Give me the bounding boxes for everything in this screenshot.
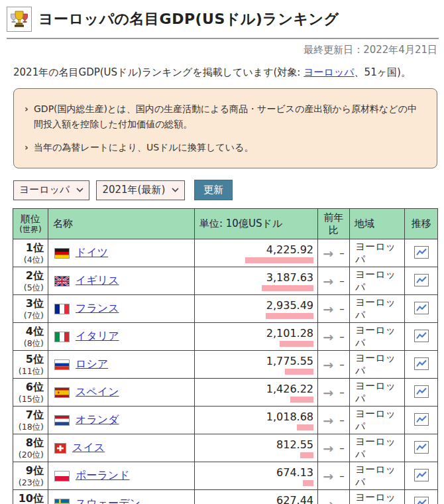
- trend-chart-icon[interactable]: [414, 357, 429, 370]
- flat-arrow-icon: →: [323, 413, 333, 428]
- rank-cell: 6位(15位): [13, 379, 48, 407]
- flat-arrow-icon: →: [323, 469, 333, 483]
- flat-arrow-icon: →: [323, 274, 333, 288]
- gdp-value-bar: [303, 480, 313, 486]
- region-cell: ヨーロッパ: [350, 379, 405, 407]
- country-link[interactable]: スウェーデン: [76, 497, 140, 504]
- region-cell: ヨーロッパ: [350, 323, 405, 351]
- rank-cell: 10位(24位): [13, 490, 48, 504]
- yoy-change: –: [339, 387, 345, 399]
- trend-chart-icon[interactable]: [414, 385, 429, 398]
- country-link[interactable]: スイス: [72, 441, 105, 454]
- country-link[interactable]: フランス: [76, 302, 119, 314]
- region-select[interactable]: ヨーロッパ: [13, 180, 89, 200]
- col-header-rank: 順位(世界): [13, 209, 48, 239]
- yoy-change: –: [339, 359, 345, 371]
- flag-fr-icon: [54, 304, 70, 314]
- gdp-value-cell: 627.44: [195, 490, 318, 504]
- rank-cell: 8位(20位): [13, 434, 48, 462]
- country-link[interactable]: イタリア: [76, 330, 119, 342]
- trend-chart-icon[interactable]: [414, 302, 429, 314]
- page-title: ヨーロッパの名目GDP(USドル)ランキング: [38, 9, 339, 29]
- flat-arrow-icon: →: [323, 497, 333, 504]
- trend-chart-icon[interactable]: [414, 497, 429, 504]
- rank-cell: 4位(8位): [13, 323, 48, 351]
- gdp-value-bar: [245, 257, 313, 263]
- flag-gb-icon: [54, 276, 70, 286]
- yoy-cell: →–: [318, 490, 350, 504]
- yoy-cell: →–: [318, 267, 350, 295]
- flag-es-icon: [54, 387, 70, 398]
- yoy-cell: →–: [318, 239, 350, 267]
- world-rank-label: (11位): [15, 366, 44, 376]
- update-button[interactable]: 更新: [194, 180, 233, 200]
- table-row: 4位(8位)イタリア2,101.28→–ヨーロッパ: [13, 323, 438, 351]
- rank-label: 9位: [26, 464, 44, 477]
- gdp-value-cell: 1,426.22: [195, 379, 318, 407]
- country-cell: スイス: [48, 434, 195, 462]
- chevron-down-icon: [76, 188, 83, 192]
- yoy-change: –: [339, 470, 345, 482]
- trend-chart-icon[interactable]: [414, 246, 429, 259]
- country-link[interactable]: スペイン: [76, 385, 119, 398]
- trend-chart-icon[interactable]: [414, 413, 429, 426]
- table-row: 9位(23位)ポーランド674.13→–ヨーロッパ: [13, 462, 438, 490]
- rank-cell: 7位(18位): [13, 407, 48, 434]
- country-link[interactable]: ロシア: [76, 357, 108, 370]
- intro-pre: 2021年の名目GDP(USドル)ランキングを掲載しています(対象:: [13, 66, 304, 78]
- trend-cell: [405, 351, 438, 379]
- gdp-value-bar: [297, 424, 313, 430]
- country-link[interactable]: イギリス: [76, 274, 119, 286]
- gdp-value-cell: 2,101.28: [195, 323, 318, 351]
- gdp-value-bar: [290, 397, 313, 403]
- rank-cell: 3位(7位): [13, 295, 48, 323]
- world-rank-label: (8位): [15, 338, 44, 348]
- trend-chart-icon[interactable]: [414, 330, 429, 342]
- world-rank-label: (18位): [15, 422, 44, 432]
- gdp-value: 627.44: [196, 495, 313, 504]
- region-cell: ヨーロッパ: [350, 462, 405, 490]
- trend-cell: [405, 434, 438, 462]
- world-rank-label: (7位): [15, 310, 44, 320]
- gdp-value-cell: 4,225.92: [195, 239, 318, 267]
- intro-post: 、51ヶ国)。: [355, 66, 411, 78]
- flat-arrow-icon: →: [323, 385, 333, 400]
- chevron-down-icon: [172, 188, 179, 192]
- trend-chart-icon[interactable]: [414, 441, 429, 454]
- intro-text: 2021年の名目GDP(USドル)ランキングを掲載しています(対象: ヨーロッパ…: [13, 66, 439, 79]
- flag-de-icon: [54, 248, 70, 259]
- trend-chart-icon[interactable]: [414, 469, 429, 481]
- yoy-change: –: [339, 275, 345, 287]
- region-cell: ヨーロッパ: [350, 239, 405, 267]
- rank-label: 10位: [19, 492, 44, 504]
- note-item: GDP(国内総生産)とは、国内の生産活動による商品・サービスの産出額から原材料な…: [23, 101, 423, 131]
- flat-arrow-icon: →: [323, 357, 333, 372]
- yoy-cell: →–: [318, 462, 350, 490]
- rank-label: 5位: [26, 353, 44, 365]
- country-link[interactable]: オランダ: [76, 413, 119, 426]
- trend-chart-icon[interactable]: [414, 274, 429, 286]
- country-link[interactable]: ドイツ: [76, 246, 108, 259]
- country-cell: フランス: [48, 295, 195, 323]
- ranking-table: 順位(世界) 名称 単位: 10億USドル 前年比 地域 推移 1位(4位)ドイ…: [13, 208, 438, 504]
- region-cell: ヨーロッパ: [350, 490, 405, 504]
- country-cell: ポーランド: [48, 462, 195, 490]
- yoy-change: –: [339, 498, 345, 504]
- europe-link[interactable]: ヨーロッパ: [304, 66, 354, 78]
- yoy-change: –: [339, 303, 345, 315]
- country-link[interactable]: ポーランド: [76, 469, 130, 481]
- region-cell: ヨーロッパ: [350, 295, 405, 323]
- gdp-value: 2,101.28: [196, 328, 313, 340]
- yoy-cell: →–: [318, 351, 350, 379]
- gdp-value: 1,775.55: [196, 355, 313, 367]
- flag-se-icon: [54, 499, 70, 504]
- flat-arrow-icon: →: [323, 441, 333, 456]
- region-cell: ヨーロッパ: [350, 407, 405, 434]
- note-item: 当年の為替レートにより、USドルに換算している。: [23, 140, 423, 155]
- year-select[interactable]: 2021年(最新): [96, 180, 185, 200]
- gdp-value: 812.55: [196, 439, 313, 451]
- trend-cell: [405, 407, 438, 434]
- region-cell: ヨーロッパ: [350, 434, 405, 462]
- col-header-rank-sub: (世界): [15, 225, 46, 235]
- yoy-change: –: [339, 414, 345, 426]
